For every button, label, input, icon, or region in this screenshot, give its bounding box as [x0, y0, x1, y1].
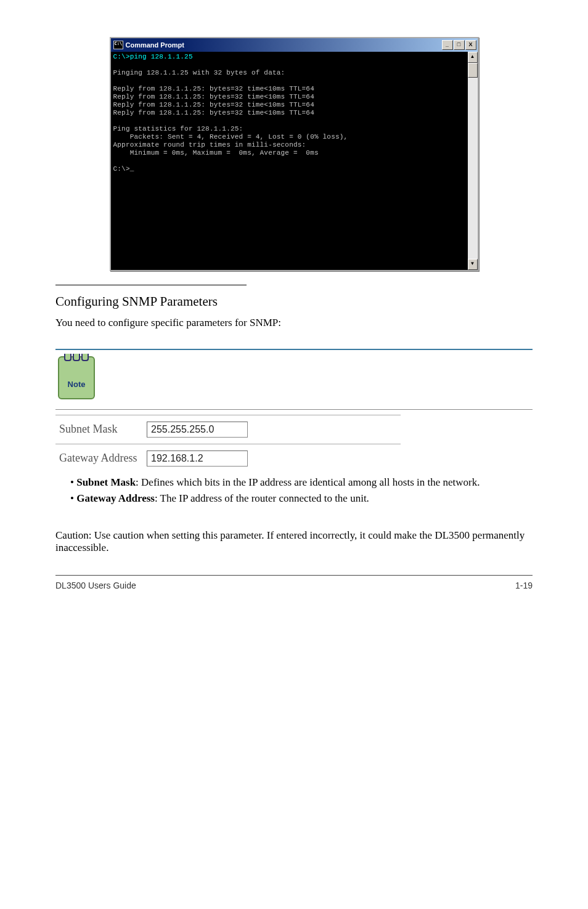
bullet-desc: : Defines which bits in the IP address a…	[136, 476, 480, 488]
parameter-form-table: Subnet Mask Gateway Address	[55, 415, 401, 473]
terminal-output[interactable]: C:\>ping 128.1.1.25 Pinging 128.1.1.25 w…	[111, 52, 468, 270]
bullet-gateway-address: • Gateway Address: The IP address of the…	[70, 492, 533, 505]
bullet-term: Gateway Address	[76, 492, 155, 504]
note-icon: Note	[58, 356, 95, 399]
terminal-line: Reply from 128.1.1.25: bytes=32 time<10m…	[113, 85, 314, 92]
terminal-line: C:\>_	[113, 165, 134, 173]
table-row: Subnet Mask	[55, 415, 401, 444]
terminal-line: Packets: Sent = 4, Received = 4, Lost = …	[113, 133, 348, 141]
terminal-line: Pinging 128.1.1.25 with 32 bytes of data…	[113, 69, 285, 76]
maximize-button[interactable]: □	[454, 40, 465, 50]
footer-divider	[55, 575, 533, 576]
gateway-address-input[interactable]	[147, 450, 248, 467]
terminal-line: Ping statistics for 128.1.1.25:	[113, 125, 243, 132]
gateway-address-label: Gateway Address	[55, 444, 143, 473]
footer-right: 1-19	[515, 581, 533, 590]
bullet-desc: : The IP address of the router connected…	[155, 492, 369, 504]
window-title: Command Prompt	[126, 41, 184, 49]
section-divider	[55, 285, 247, 285]
scroll-track[interactable]	[468, 78, 478, 259]
command-prompt-window: Command Prompt _ □ X C:\>ping 128.1.1.25…	[110, 37, 479, 271]
section-heading: Configuring SNMP Parameters	[55, 294, 533, 309]
cmd-app-icon	[113, 41, 123, 49]
scroll-thumb[interactable]	[468, 63, 478, 78]
note-icon-label: Note	[59, 380, 94, 389]
terminal-line: Reply from 128.1.1.25: bytes=32 time<10m…	[113, 101, 314, 108]
terminal-line: Reply from 128.1.1.25: bytes=32 time<10m…	[113, 109, 314, 116]
terminal-line: Minimum = 0ms, Maximum = 0ms, Average = …	[113, 149, 319, 157]
caution-text: Caution: Use caution when setting this p…	[55, 529, 533, 554]
scroll-down-button[interactable]: ▼	[468, 259, 478, 270]
bullet-term: Subnet Mask	[76, 476, 136, 488]
terminal-line: Approximate round trip times in milli-se…	[113, 141, 306, 149]
footer-left: DL3500 Users Guide	[55, 581, 136, 590]
close-button[interactable]: X	[465, 40, 476, 50]
terminal-line: C:\>ping 128.1.1.25	[113, 53, 193, 60]
subnet-mask-input[interactable]	[147, 422, 248, 438]
note-callout: Note	[55, 349, 533, 410]
bullet-subnet-mask: • Subnet Mask: Defines which bits in the…	[70, 476, 533, 489]
table-row: Gateway Address	[55, 444, 401, 473]
scroll-up-button[interactable]: ▲	[468, 52, 478, 63]
subnet-mask-label: Subnet Mask	[55, 415, 143, 444]
minimize-button[interactable]: _	[442, 40, 453, 50]
vertical-scrollbar[interactable]: ▲ ▼	[468, 52, 478, 270]
terminal-line: Reply from 128.1.1.25: bytes=32 time<10m…	[113, 93, 314, 100]
window-titlebar[interactable]: Command Prompt _ □ X	[111, 38, 478, 52]
section-intro-text: You need to configure specific parameter…	[55, 316, 533, 330]
